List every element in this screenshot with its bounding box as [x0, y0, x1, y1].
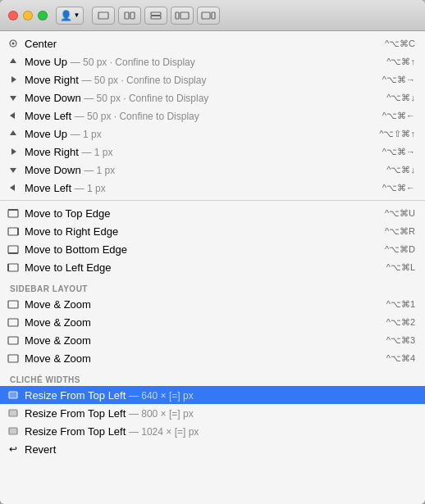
right-small-icon [7, 145, 20, 158]
svg-rect-30 [8, 355, 18, 362]
left-edge-icon [7, 261, 20, 274]
menu-item-center[interactable]: Center ^⌥⌘C [0, 34, 425, 52]
svg-marker-12 [11, 76, 16, 83]
menu-label-zoom1: Move & Zoom [25, 298, 380, 311]
section-label-sidebar: SIDEBAR LAYOUT [0, 279, 425, 295]
svg-rect-29 [8, 337, 18, 344]
menu-label-zoom3: Move & Zoom [25, 334, 380, 347]
menu-item-resize-640[interactable]: Resize From Top Left — 640 × [=] px [0, 386, 425, 404]
top-edge-icon [7, 207, 20, 220]
svg-marker-14 [10, 112, 15, 119]
menu-label-zoom2: Move & Zoom [25, 316, 380, 329]
svg-marker-18 [10, 184, 15, 191]
menu-item-move-right-1[interactable]: Move Right — 1 px ^⌥⌘→ [0, 143, 425, 161]
svg-marker-11 [10, 58, 16, 63]
menu-item-left-edge[interactable]: Move to Left Edge ^⌥⌘L [0, 258, 425, 276]
section-label-cliche: CLICHÉ WIDTHS [0, 370, 425, 386]
titlebar: 👤 ▼ [0, 0, 425, 31]
toolbar-window-5[interactable] [197, 7, 220, 25]
svg-rect-1 [125, 12, 129, 19]
left-icon [7, 109, 20, 122]
menu-shortcut-right-edge: ^⌥⌘R [385, 226, 415, 237]
toolbar-window-1[interactable] [92, 7, 115, 25]
menu-item-move-down-50[interactable]: Move Down — 50 px · Confine to Display ^… [0, 89, 425, 107]
close-button[interactable] [8, 11, 18, 20]
menu-shortcut-bottom-edge: ^⌥⌘D [385, 244, 415, 255]
up-small-icon [7, 127, 20, 140]
menu-label-move-down-50: Move Down — 50 px · Confine to Display [25, 92, 380, 104]
menu-shortcut-zoom2: ^⌥⌘2 [386, 317, 415, 328]
svg-rect-28 [8, 319, 18, 326]
traffic-lights [8, 11, 48, 20]
menu-item-move-up-50[interactable]: Move Up — 50 px · Confine to Display ^⌥⌘… [0, 52, 425, 70]
menu-item-move-down-1[interactable]: Move Down — 1 px ^⌥⌘↓ [0, 161, 425, 179]
toolbar-window-4[interactable] [171, 7, 194, 25]
menu-item-zoom4[interactable]: Move & Zoom ^⌥⌘4 [0, 349, 425, 367]
separator-1 [0, 200, 425, 201]
menu-item-zoom2[interactable]: Move & Zoom ^⌥⌘2 [0, 313, 425, 331]
menu-shortcut-move-right-50: ^⌥⌘→ [382, 75, 415, 85]
right-edge-icon [7, 225, 20, 238]
menu-item-move-left-1[interactable]: Move Left — 1 px ^⌥⌘← [0, 179, 425, 197]
menu-label-right-edge: Move to Right Edge [25, 225, 378, 238]
svg-rect-21 [8, 228, 18, 235]
user-button[interactable]: 👤 ▼ [56, 7, 84, 25]
down-icon [7, 91, 20, 104]
resize-1024-icon [7, 425, 20, 438]
down-small-icon [7, 163, 20, 176]
menu-shortcut-move-right-1: ^⌥⌘→ [382, 147, 415, 157]
menu-shortcut-zoom1: ^⌥⌘1 [386, 299, 415, 310]
menu-shortcut-move-up-1: ^⌥⇧⌘↑ [379, 129, 415, 139]
chevron-down-icon: ▼ [74, 11, 80, 19]
menu-item-move-left-50[interactable]: Move Left — 50 px · Confine to Display ^… [0, 107, 425, 125]
revert-icon: ↩ [7, 443, 20, 456]
menu-item-zoom1[interactable]: Move & Zoom ^⌥⌘1 [0, 295, 425, 313]
svg-marker-15 [10, 130, 16, 135]
toolbar-window-3[interactable] [144, 7, 167, 25]
right-icon [7, 73, 20, 86]
menu-item-move-up-1[interactable]: Move Up — 1 px ^⌥⇧⌘↑ [0, 125, 425, 143]
minimize-button[interactable] [23, 11, 33, 20]
svg-rect-4 [151, 16, 161, 19]
svg-rect-19 [8, 210, 18, 217]
svg-rect-8 [212, 12, 215, 19]
svg-marker-13 [10, 96, 16, 101]
menu-shortcut-move-left-50: ^⌥⌘← [382, 111, 415, 121]
svg-point-10 [12, 43, 15, 45]
toolbar-window-2[interactable] [118, 7, 141, 25]
svg-marker-16 [11, 148, 16, 155]
menu-label-move-left-1: Move Left — 1 px [25, 182, 376, 194]
menu-content: Center ^⌥⌘C Move Up — 50 px · Confine to… [0, 31, 425, 504]
zoom3-icon [7, 334, 20, 347]
menu-shortcut-move-left-1: ^⌥⌘← [382, 183, 415, 193]
zoom2-icon [7, 316, 20, 329]
menu-label-revert: Revert [25, 443, 415, 456]
svg-rect-2 [130, 12, 135, 19]
zoom1-icon [7, 297, 20, 311]
menu-item-right-edge[interactable]: Move to Right Edge ^⌥⌘R [0, 222, 425, 240]
menu-shortcut-move-down-1: ^⌥⌘↓ [386, 165, 415, 175]
center-icon [7, 37, 20, 50]
menu-item-revert[interactable]: ↩ Revert [0, 440, 425, 458]
menu-item-resize-800[interactable]: Resize From Top Left — 800 × [=] px [0, 404, 425, 422]
menu-label-resize-800: Resize From Top Left — 800 × [=] px [25, 407, 415, 420]
maximize-button[interactable] [38, 11, 48, 20]
menu-shortcut-move-down-50: ^⌥⌘↓ [386, 93, 415, 103]
menu-label-top-edge: Move to Top Edge [25, 207, 378, 220]
svg-rect-32 [9, 410, 17, 416]
user-icon: 👤 [60, 10, 72, 21]
menu-label-move-right-50: Move Right — 50 px · Confine to Display [25, 74, 376, 86]
svg-rect-33 [9, 428, 17, 434]
menu-item-zoom3[interactable]: Move & Zoom ^⌥⌘3 [0, 331, 425, 349]
svg-rect-25 [8, 264, 18, 271]
svg-rect-31 [9, 392, 17, 398]
menu-item-bottom-edge[interactable]: Move to Bottom Edge ^⌥⌘D [0, 240, 425, 258]
svg-rect-3 [151, 12, 161, 16]
menu-item-resize-1024[interactable]: Resize From Top Left — 1024 × [=] px [0, 422, 425, 440]
menu-label-resize-640: Resize From Top Left — 640 × [=] px [25, 389, 415, 402]
menu-item-top-edge[interactable]: Move to Top Edge ^⌥⌘U [0, 204, 425, 222]
menu-label-move-left-50: Move Left — 50 px · Confine to Display [25, 110, 376, 122]
svg-rect-5 [176, 12, 179, 19]
menu-shortcut-zoom4: ^⌥⌘4 [386, 353, 415, 364]
menu-item-move-right-50[interactable]: Move Right — 50 px · Confine to Display … [0, 70, 425, 89]
